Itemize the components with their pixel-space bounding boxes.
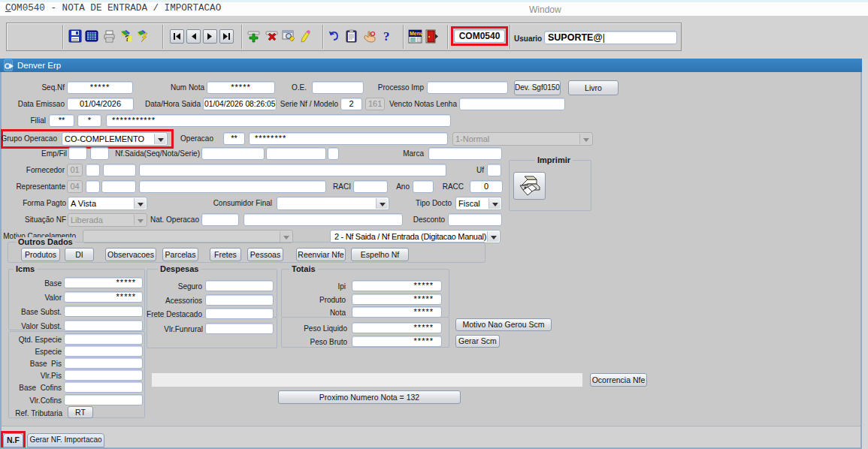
svg-text:?: ?	[383, 29, 390, 44]
svg-text:Menu: Menu	[410, 31, 422, 36]
